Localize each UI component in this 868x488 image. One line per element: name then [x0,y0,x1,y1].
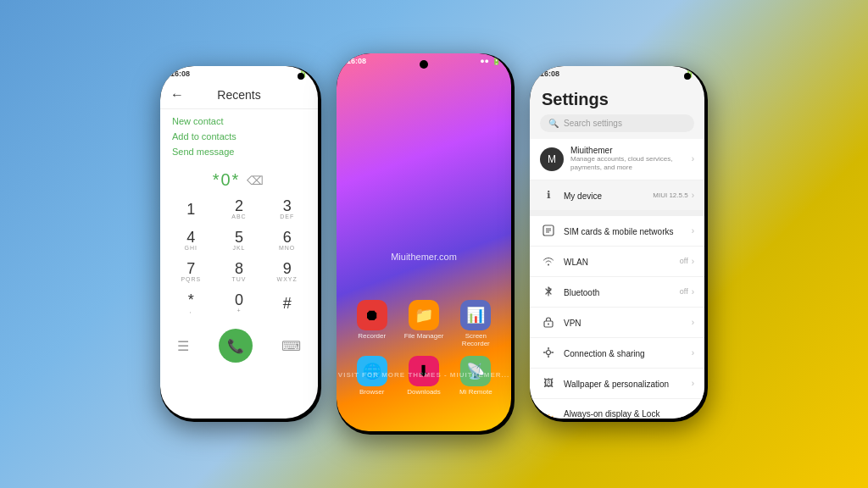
key-1[interactable]: 1 [167,193,215,225]
wallpaper-chevron: › [692,379,694,388]
new-contact-link[interactable]: New contact [172,116,306,126]
account-avatar: M [540,147,564,171]
settings-item-connection[interactable]: Connection & sharing › [530,338,704,369]
key-8[interactable]: 8TUV [215,256,264,287]
app-mi-remote[interactable]: 📡 Mi Remote [459,356,492,396]
bluetooth-status: off [680,287,688,296]
menu-icon[interactable]: ☰ [177,338,189,354]
app-recorder[interactable]: ⏺ Recorder [357,300,387,347]
settings-item-sim[interactable]: SIM cards & mobile networks › [530,216,704,247]
punch-hole-camera [298,73,304,80]
settings-item-display[interactable]: 🔆 Always-on display & Lock screen › [530,399,704,419]
account-chevron: › [692,154,694,164]
battery-icon-2: 🔋 [492,57,501,65]
settings-search-bar[interactable]: 🔍 Search settings [540,114,694,132]
phone-home: 16:08 ●● 🔋 Miuithemer.com ⏺ Recorder 📁 F… [337,53,515,435]
key-num-7: 7 [186,261,195,276]
mi-remote-label: Mi Remote [459,388,492,396]
wallpaper-title: Wallpaper & personalization [564,380,669,389]
app-downloads[interactable]: ⬇ Downloads [407,356,441,396]
phone-settings: 16:08 🔋 Settings 🔍 Search settings M Miu… [530,66,708,422]
search-placeholder: Search settings [564,119,622,128]
key-hash[interactable]: # [263,287,311,319]
key-num-hash: # [283,296,292,311]
key-6[interactable]: 6MNO [263,225,311,256]
key-letters-2: ABC [231,214,246,219]
sim-title: SIM cards & mobile networks [564,227,674,236]
key-star[interactable]: *, [167,287,215,319]
vpn-chevron: › [692,318,694,327]
svg-point-8 [548,356,549,358]
account-content: Miuithemer Manage accounts, cloud servic… [570,146,685,173]
call-button[interactable]: 📞 [219,329,253,363]
key-5[interactable]: 5JKL [215,225,264,256]
device-chevron: › [692,191,694,200]
settings-item-account[interactable]: M Miuithemer Manage accounts, cloud serv… [530,139,704,180]
dialer-number-display: *0* ⌫ [160,164,318,193]
device-title: My device [564,191,602,201]
wlan-chevron: › [692,257,694,266]
connection-chevron: › [692,348,694,358]
phone-dialer: 16:08 🔋 ← Recents New contact Add to con… [160,66,321,422]
device-version: MIUI 12.5.5 [653,191,687,199]
wallpaper-content: Wallpaper & personalization [564,375,685,391]
key-letters-7: PQRS [181,276,201,282]
key-num-2: 2 [235,198,243,214]
downloads-icon: ⬇ [409,356,439,386]
settings-item-bluetooth[interactable]: Bluetooth off › [530,277,704,308]
wlan-status: off [680,257,688,265]
key-9[interactable]: 9WXYZ [263,256,311,287]
settings-item-vpn[interactable]: VPN › [530,308,704,338]
signal-icon: ●● [480,57,489,65]
dialed-number: *0* [213,170,241,190]
dialpad-icon[interactable]: ⌨ [281,338,301,354]
key-num-6: 6 [283,230,292,245]
svg-point-5 [548,324,549,325]
key-3[interactable]: 3DEF [263,193,311,225]
device-icon: ℹ [540,186,557,203]
key-7[interactable]: 7PQRS [167,256,215,287]
key-letters-0: + [236,308,241,313]
file-manager-label: File Manager [404,332,444,340]
key-0[interactable]: 0+ [215,287,264,319]
browser-icon: 🌐 [357,356,387,386]
dialer-actions: New contact Add to contacts Send message [160,109,318,164]
key-num-5: 5 [235,230,243,245]
wallpaper-icon: 🖼 [540,374,557,391]
display-chevron: › [692,415,694,419]
device-content: My device [564,187,646,202]
display-icon: 🔆 [540,412,557,419]
app-file-manager[interactable]: 📁 File Manager [404,300,444,347]
account-subtitle: Manage accounts, cloud services, payment… [570,155,685,173]
vpn-icon [540,313,557,330]
key-num-1: 1 [186,202,195,217]
key-letters-4: GHI [185,245,198,251]
bluetooth-icon [540,283,557,300]
app-screen-recorder[interactable]: 📊 Screen Recorder [454,300,498,347]
key-4[interactable]: 4GHI [167,225,215,256]
wlan-right: off › [680,257,694,266]
app-browser[interactable]: 🌐 Browser [357,356,387,396]
wlan-content: WLAN [564,253,673,269]
sim-chevron: › [692,226,694,236]
svg-point-7 [548,347,549,349]
settings-item-device[interactable]: ℹ My device MIUI 12.5.5 › [530,180,704,211]
app-grid: ⏺ Recorder 📁 File Manager 📊 Screen Recor… [337,300,511,396]
back-button[interactable]: ← [170,87,184,103]
settings-item-wallpaper[interactable]: 🖼 Wallpaper & personalization › [530,369,704,399]
punch-hole-camera-2 [420,60,428,69]
bluetooth-chevron: › [692,287,694,297]
account-title: Miuithemer [570,146,685,155]
vpn-title: VPN [564,319,581,328]
send-message-link[interactable]: Send message [172,147,306,157]
delete-button[interactable]: ⌫ [247,174,265,187]
key-num-8: 8 [235,261,243,276]
settings-item-wlan[interactable]: WLAN off › [530,247,704,277]
svg-point-9 [543,352,545,353]
status-icons-2: ●● 🔋 [480,57,501,65]
file-manager-icon: 📁 [409,300,439,330]
status-bar-phone3: 16:08 🔋 [530,66,704,81]
key-2[interactable]: 2ABC [215,193,264,225]
add-to-contacts-link[interactable]: Add to contacts [172,131,306,141]
bluetooth-content: Bluetooth [564,284,673,299]
